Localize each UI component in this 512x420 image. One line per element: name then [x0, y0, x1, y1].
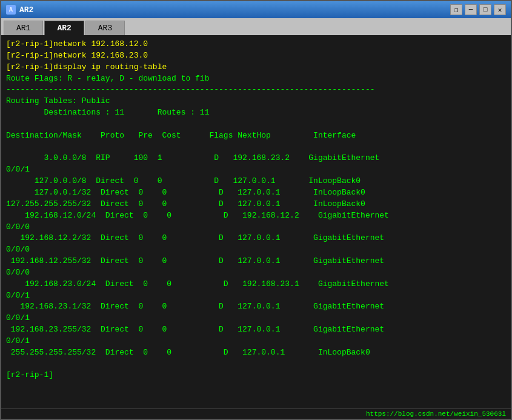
- window-title: AR2: [19, 5, 33, 15]
- close-button[interactable]: ✕: [494, 4, 506, 15]
- tab-ar2[interactable]: AR2: [44, 21, 84, 35]
- tab-bar: AR1 AR2 AR3: [1, 18, 511, 35]
- tab-ar3[interactable]: AR3: [85, 21, 125, 35]
- tab-ar1[interactable]: AR1: [4, 21, 43, 35]
- app-icon: A: [6, 5, 16, 15]
- restore2-button[interactable]: ❐: [450, 4, 462, 15]
- title-bar-controls: ❐ ─ □ ✕: [450, 4, 506, 15]
- status-bar: https://blog.csdn.net/weixin_53063l: [1, 408, 511, 419]
- title-bar: A AR2 ❐ ─ □ ✕: [1, 1, 511, 18]
- terminal-output[interactable]: [r2-rip-1]network 192.168.12.0 [r2-rip-1…: [1, 35, 511, 408]
- status-text: https://blog.csdn.net/weixin_53063l: [366, 410, 506, 418]
- restore-button[interactable]: □: [479, 4, 491, 15]
- main-window: A AR2 ❐ ─ □ ✕ AR1 AR2 AR3 [r2-rip-1]netw…: [0, 0, 512, 420]
- title-bar-left: A AR2: [6, 5, 33, 15]
- content-area: [r2-rip-1]network 192.168.12.0 [r2-rip-1…: [1, 35, 511, 419]
- minimize-button[interactable]: ─: [465, 4, 477, 15]
